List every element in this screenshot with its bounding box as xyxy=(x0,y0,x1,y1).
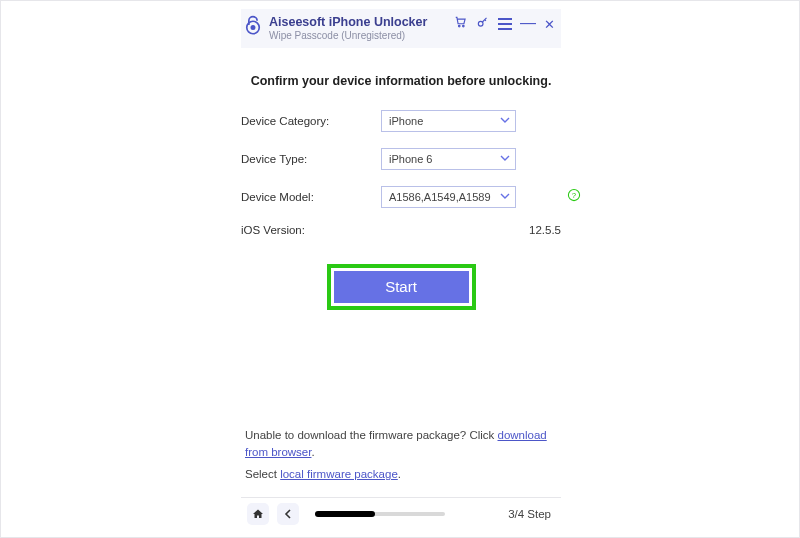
chevron-down-icon xyxy=(500,191,510,203)
back-button[interactable] xyxy=(277,503,299,525)
svg-point-3 xyxy=(463,25,465,27)
device-type-label: Device Type: xyxy=(241,153,381,165)
help-icon[interactable]: ? xyxy=(567,188,581,206)
local-firmware-link[interactable]: local firmware package xyxy=(280,468,398,480)
device-info-form: Device Category: iPhone Device Type: iPh… xyxy=(241,110,561,236)
progress-bar xyxy=(315,512,445,516)
chevron-down-icon xyxy=(500,153,510,165)
firmware-text-1: Unable to download the firmware package?… xyxy=(245,429,498,441)
device-category-value: iPhone xyxy=(389,115,423,127)
device-type-value: iPhone 6 xyxy=(389,153,432,165)
ios-version-label: iOS Version: xyxy=(241,224,381,236)
chevron-down-icon xyxy=(500,115,510,127)
svg-point-2 xyxy=(458,25,460,27)
start-highlight: Start xyxy=(327,264,476,310)
title-bar: Aiseesoft iPhone Unlocker Wipe Passcode … xyxy=(241,9,561,48)
close-icon[interactable]: ✕ xyxy=(544,17,555,32)
svg-point-1 xyxy=(251,26,254,29)
device-category-select[interactable]: iPhone xyxy=(381,110,516,132)
svg-point-4 xyxy=(478,21,483,26)
device-model-select[interactable]: A1586,A1549,A1589 xyxy=(381,186,516,208)
home-button[interactable] xyxy=(247,503,269,525)
app-title: Aiseesoft iPhone Unlocker xyxy=(269,15,427,29)
firmware-text-2: Select xyxy=(245,468,280,480)
menu-icon[interactable] xyxy=(498,18,512,30)
app-logo-icon xyxy=(243,15,263,39)
footer-bar: 3/4 Step xyxy=(241,497,561,529)
device-model-label: Device Model: xyxy=(241,191,381,203)
device-type-select[interactable]: iPhone 6 xyxy=(381,148,516,170)
progress-fill xyxy=(315,511,375,517)
minimize-icon[interactable]: — xyxy=(520,18,536,28)
key-icon[interactable] xyxy=(476,15,490,33)
cart-icon[interactable] xyxy=(454,15,468,33)
device-model-value: A1586,A1549,A1589 xyxy=(389,191,491,203)
device-category-label: Device Category: xyxy=(241,115,381,127)
app-window: Aiseesoft iPhone Unlocker Wipe Passcode … xyxy=(0,0,800,538)
start-button[interactable]: Start xyxy=(334,271,469,303)
step-indicator: 3/4 Step xyxy=(508,508,551,520)
firmware-help-text: Unable to download the firmware package?… xyxy=(241,427,561,489)
page-heading: Confirm your device information before u… xyxy=(241,74,561,88)
app-subtitle: Wipe Passcode (Unregistered) xyxy=(269,30,427,42)
ios-version-value: 12.5.5 xyxy=(529,224,561,236)
brand: Aiseesoft iPhone Unlocker Wipe Passcode … xyxy=(243,15,427,42)
svg-text:?: ? xyxy=(572,191,576,200)
